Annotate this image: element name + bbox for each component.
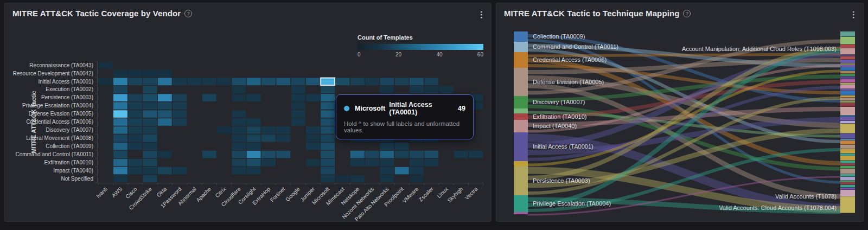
heatmap-cell[interactable]: [232, 143, 246, 150]
heatmap-cell[interactable]: [113, 94, 127, 101]
sankey-technique-segment[interactable]: [840, 65, 855, 67]
sankey-technique-segment[interactable]: [840, 140, 855, 144]
heatmap-cell[interactable]: [143, 135, 157, 142]
sankey-technique-segment[interactable]: [840, 37, 855, 44]
heatmap-cell[interactable]: [232, 94, 246, 101]
heatmap-cell[interactable]: [247, 167, 261, 175]
sankey-technique-segment[interactable]: [840, 74, 855, 76]
heatmap-cell[interactable]: [113, 118, 127, 126]
sankey-node[interactable]: [514, 68, 528, 96]
heatmap-cell[interactable]: [202, 151, 216, 158]
heatmap-cell[interactable]: [247, 126, 261, 134]
heatmap-cell[interactable]: [232, 151, 246, 158]
heatmap-cell[interactable]: [113, 110, 127, 118]
heatmap-cell[interactable]: [128, 159, 142, 167]
heatmap-cell[interactable]: [291, 94, 305, 101]
heatmap-cell[interactable]: [350, 78, 365, 86]
heatmap-cell[interactable]: [128, 135, 142, 142]
sankey-node[interactable]: [514, 108, 528, 113]
heatmap-cell[interactable]: [424, 78, 438, 86]
sankey-technique-segment[interactable]: [840, 56, 855, 59]
heatmap-cell[interactable]: [306, 143, 320, 150]
heatmap-cell[interactable]: [321, 143, 335, 150]
sankey-technique-segment[interactable]: [840, 60, 855, 63]
heatmap-cell[interactable]: [173, 110, 187, 118]
heatmap-cell[interactable]: [158, 118, 172, 126]
heatmap-cell[interactable]: [321, 102, 335, 110]
heatmap-cell[interactable]: [143, 110, 157, 118]
heatmap-cell[interactable]: [232, 159, 246, 167]
heatmap-cell[interactable]: [380, 167, 394, 175]
heatmap-cell[interactable]: [247, 118, 261, 126]
heatmap-cell[interactable]: [261, 78, 276, 86]
sankey-technique-segment[interactable]: [840, 55, 855, 56]
heatmap-cell[interactable]: [128, 102, 142, 110]
heatmap-cell[interactable]: [276, 151, 290, 158]
heatmap-cell[interactable]: [128, 70, 142, 78]
heatmap-cell[interactable]: [113, 151, 127, 158]
heatmap-cell[interactable]: [306, 126, 320, 134]
heatmap-cell[interactable]: [173, 78, 187, 86]
heatmap-cell[interactable]: [202, 78, 216, 86]
heatmap-cell[interactable]: [321, 135, 335, 142]
heatmap-cell[interactable]: [380, 143, 394, 150]
heatmap-cell[interactable]: [113, 102, 127, 110]
kebab-menu-icon[interactable]: ⋮: [850, 11, 858, 18]
heatmap-cell[interactable]: [395, 167, 409, 175]
sankey-technique-segment[interactable]: [840, 185, 855, 187]
sankey-node[interactable]: [514, 52, 528, 68]
heatmap-cell[interactable]: [321, 175, 335, 183]
heatmap-cell[interactable]: [336, 175, 350, 183]
sankey-node[interactable]: [514, 195, 528, 212]
help-icon[interactable]: ?: [683, 10, 691, 17]
heatmap-cell[interactable]: [321, 126, 335, 134]
kebab-menu-icon[interactable]: ⋮: [477, 11, 486, 18]
sankey-technique-segment[interactable]: [840, 149, 855, 153]
heatmap-cell[interactable]: [306, 159, 320, 167]
sankey-technique-segment[interactable]: [840, 145, 855, 149]
heatmap-cell[interactable]: [113, 167, 127, 175]
sankey-node[interactable]: [514, 113, 528, 120]
sankey-technique-segment[interactable]: [840, 121, 855, 123]
heatmap-cell[interactable]: [321, 118, 335, 126]
heatmap-cell[interactable]: [306, 135, 320, 142]
sankey-node[interactable]: [514, 161, 528, 166]
heatmap-cell[interactable]: [143, 94, 157, 101]
heatmap-cell[interactable]: [424, 151, 438, 158]
heatmap-cell[interactable]: [202, 94, 216, 101]
heatmap-cell[interactable]: [232, 126, 246, 134]
sankey-technique-segment[interactable]: [840, 79, 855, 82]
heatmap-cell[interactable]: [247, 94, 261, 101]
heatmap-cell[interactable]: [439, 86, 454, 94]
sankey-technique-segment[interactable]: [840, 101, 855, 103]
sankey-technique-segment[interactable]: [840, 71, 855, 73]
heatmap-cell[interactable]: [321, 78, 335, 86]
heatmap-cell[interactable]: [247, 159, 261, 167]
heatmap-cell[interactable]: [217, 126, 231, 134]
heatmap-cell[interactable]: [143, 102, 157, 110]
heatmap-cell[interactable]: [128, 110, 142, 118]
heatmap-cell[interactable]: [261, 151, 276, 158]
heatmap-cell[interactable]: [143, 143, 157, 150]
heatmap-cell[interactable]: [158, 110, 172, 118]
heatmap-cell[interactable]: [143, 70, 157, 78]
heatmap-cell[interactable]: [306, 78, 320, 86]
heatmap-cell[interactable]: [365, 151, 379, 158]
sankey-node[interactable]: [514, 96, 528, 108]
heatmap-cell[interactable]: [247, 143, 261, 150]
heatmap-cell[interactable]: [247, 135, 261, 142]
heatmap-cell[interactable]: [380, 175, 394, 183]
heatmap-cell[interactable]: [232, 78, 246, 86]
heatmap-cell[interactable]: [232, 110, 246, 118]
heatmap-cell[interactable]: [128, 78, 142, 86]
heatmap-cell[interactable]: [380, 159, 394, 167]
sankey-technique-segment[interactable]: [840, 44, 855, 48]
heatmap-cell[interactable]: [173, 167, 187, 175]
heatmap-cell[interactable]: [454, 151, 468, 158]
heatmap-cell[interactable]: [247, 78, 261, 86]
heatmap-cell[interactable]: [143, 159, 157, 167]
heatmap-cell[interactable]: [113, 159, 127, 167]
sankey-technique-segment[interactable]: [840, 98, 855, 100]
heatmap-cell[interactable]: [158, 94, 172, 101]
heatmap-cell[interactable]: [188, 78, 202, 86]
